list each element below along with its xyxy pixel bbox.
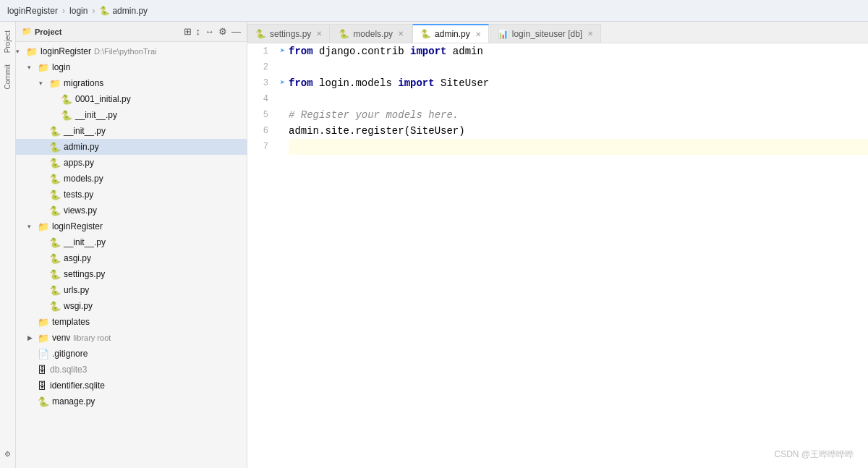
main-layout: Project Commit ⚙ 📁 Project ⊞ ↕ ↔ ⚙ — ▾📁l… — [0, 22, 868, 468]
tree-icon-templates: 📁 — [38, 317, 49, 328]
tree-path-root: D:\File\pythonTrai — [94, 47, 156, 56]
gutter-mark-4 — [280, 91, 286, 107]
code-line-1: from django.contrib import admin — [289, 43, 868, 59]
sidebar-tab-project[interactable]: Project — [2, 27, 13, 56]
line-number-5: 5 — [247, 107, 274, 123]
tree-item-views[interactable]: 🐍views.py — [16, 203, 247, 218]
tab-admin[interactable]: 🐍admin.py✕ — [412, 24, 489, 43]
breadcrumb-sep2: › — [92, 6, 95, 16]
tree-label-settings: settings.py — [64, 269, 105, 279]
tree-icon-identifier: 🗄 — [38, 380, 47, 391]
toolbar-icon-settings[interactable]: ⚙ — [218, 26, 227, 37]
tree-icon-apps: 🐍 — [49, 158, 61, 169]
code-editor[interactable]: 1234567 ➤➤ from django.contrib import ad… — [247, 43, 868, 468]
title-bar: loginRegister › login › 🐍 admin.py — [0, 0, 868, 22]
tree-item-urls[interactable]: 🐍urls.py — [16, 282, 247, 298]
tree-item-apps[interactable]: 🐍apps.py — [16, 155, 247, 171]
line-number-1: 1 — [247, 43, 274, 59]
tree-label-views: views.py — [64, 205, 97, 216]
file-tree[interactable]: ▾📁loginRegisterD:\File\pythonTrai▾📁login… — [16, 42, 247, 468]
tree-item-root[interactable]: ▾📁loginRegisterD:\File\pythonTrai — [16, 43, 247, 59]
tree-label-dbsqlite3: db.sqlite3 — [50, 365, 87, 375]
line-number-2: 2 — [247, 59, 274, 75]
tree-item-gitignore[interactable]: 📄.gitignore — [16, 346, 247, 362]
tree-icon-gitignore: 📄 — [38, 349, 49, 359]
tree-item-dbsqlite3[interactable]: 🗄db.sqlite3 — [16, 362, 247, 378]
tree-item-tests[interactable]: 🐍tests.py — [16, 187, 247, 203]
tab-close-admin[interactable]: ✕ — [475, 30, 481, 38]
toolbar-icon-add[interactable]: ⊞ — [184, 26, 192, 37]
tree-label-urls: urls.py — [64, 285, 89, 295]
tree-item-asgi[interactable]: 🐍asgi.py — [16, 250, 247, 266]
tree-item-0001_initial[interactable]: 🐍0001_initial.py — [16, 91, 247, 107]
code-line-3: from login.models import SiteUser — [289, 75, 868, 91]
tab-label-admin: admin.py — [435, 29, 470, 39]
tree-label-manage: manage.py — [52, 396, 95, 407]
tree-item-wsgi[interactable]: 🐍wsgi.py — [16, 298, 247, 314]
tab-icon-settings: 🐍 — [255, 29, 266, 39]
line-number-7: 7 — [247, 139, 274, 155]
tree-icon-__init__migrations: 🐍 — [61, 110, 72, 121]
tab-icon-models: 🐍 — [339, 29, 349, 39]
tree-item-__init__migrations[interactable]: 🐍__init__.py — [16, 107, 247, 123]
tab-models[interactable]: 🐍models.py✕ — [331, 24, 412, 43]
tree-arrow-loginRegister2: ▾ — [27, 223, 38, 230]
tab-db[interactable]: 📊login_siteuser [db]✕ — [490, 24, 601, 43]
toolbar-icon-expand[interactable]: ↔ — [205, 26, 214, 37]
tree-icon-manage: 🐍 — [38, 396, 49, 407]
tab-close-models[interactable]: ✕ — [398, 30, 404, 38]
breadcrumb-sep1: › — [62, 6, 65, 16]
tree-label-__init__lr: __init__.py — [64, 237, 106, 247]
gutter-mark-5 — [280, 107, 286, 123]
panel-toolbar: 📁 Project ⊞ ↕ ↔ ⚙ — — [16, 22, 247, 42]
tree-label-templates: templates — [52, 317, 90, 327]
tree-item-migrations[interactable]: ▾📁migrations — [16, 75, 247, 91]
gutter: ➤➤ — [280, 43, 286, 468]
tree-label-asgi: asgi.py — [64, 253, 91, 263]
gutter-mark-2 — [280, 59, 286, 75]
tree-item-models[interactable]: 🐍models.py — [16, 171, 247, 187]
tree-label-migrations: migrations — [64, 78, 103, 88]
tab-label-settings: settings.py — [270, 29, 311, 39]
tab-close-settings[interactable]: ✕ — [316, 30, 322, 38]
tree-label-0001_initial: 0001_initial.py — [75, 94, 131, 104]
tree-label-root: loginRegister — [41, 46, 91, 56]
tree-item-settings[interactable]: 🐍settings.py — [16, 266, 247, 282]
tree-item-templates[interactable]: 📁templates — [16, 314, 247, 330]
tab-icon-db: 📊 — [498, 29, 509, 39]
tab-label-models: models.py — [353, 29, 393, 39]
tree-label-tests: tests.py — [64, 190, 93, 200]
tree-item-venv[interactable]: ▶📁venvlibrary root — [16, 330, 247, 346]
tree-item-admin[interactable]: 🐍admin.py — [16, 139, 247, 155]
sidebar-tab-commit[interactable]: Commit — [2, 61, 13, 92]
tab-bar: 🐍settings.py✕🐍models.py✕🐍admin.py✕📊login… — [247, 22, 868, 43]
tree-arrow-login: ▾ — [27, 64, 38, 71]
tree-label-__init__login: __init__.py — [64, 126, 106, 136]
tab-close-db[interactable]: ✕ — [587, 30, 593, 38]
tree-label-apps: apps.py — [64, 158, 94, 168]
line-number-6: 6 — [247, 123, 274, 139]
tree-item-login[interactable]: ▾📁login — [16, 59, 247, 75]
code-content[interactable]: from django.contrib import admin from lo… — [286, 43, 868, 468]
panel-title: 📁 Project — [22, 27, 61, 36]
tree-item-__init__login[interactable]: 🐍__init__.py — [16, 123, 247, 139]
tree-icon-settings: 🐍 — [49, 269, 61, 280]
tree-icon-models: 🐍 — [49, 174, 61, 184]
tab-settings[interactable]: 🐍settings.py✕ — [247, 24, 330, 43]
tree-icon-migrations: 📁 — [49, 78, 61, 89]
toolbar-icon-minimize[interactable]: — — [231, 26, 241, 37]
tree-label-gitignore: .gitignore — [52, 349, 88, 359]
watermark: CSDN @王哗哗哗哗 — [774, 448, 854, 461]
sidebar-tab-extra[interactable]: ⚙ — [2, 447, 13, 461]
tree-item-identifier[interactable]: 🗄identifier.sqlite — [16, 378, 247, 393]
line-number-3: 3 — [247, 75, 274, 91]
gutter-mark-7 — [280, 139, 286, 155]
tree-item-loginRegister2[interactable]: ▾📁loginRegister — [16, 218, 247, 234]
tree-item-__init__lr[interactable]: 🐍__init__.py — [16, 234, 247, 250]
tree-icon-0001_initial: 🐍 — [61, 94, 72, 105]
editor-area: 🐍settings.py✕🐍models.py✕🐍admin.py✕📊login… — [247, 22, 868, 468]
tree-arrow-migrations: ▾ — [39, 80, 49, 87]
toolbar-icon-sort[interactable]: ↕ — [196, 26, 201, 37]
tree-icon-admin: 🐍 — [49, 142, 61, 153]
tree-item-manage[interactable]: 🐍manage.py — [16, 393, 247, 409]
